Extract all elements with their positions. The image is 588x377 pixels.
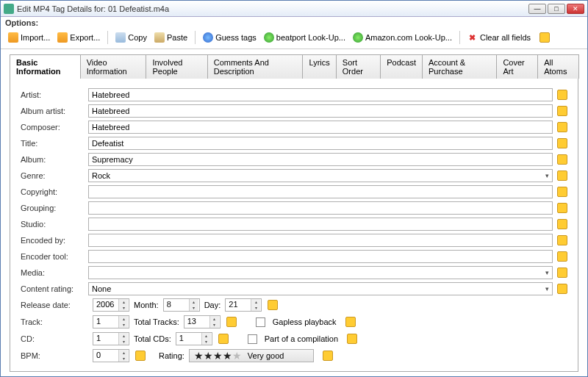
album-label: Album: [21, 155, 88, 164]
bpm-label: BPM: [21, 351, 88, 360]
beatport-button[interactable]: beatport Look-Up... [261, 31, 348, 44]
compilation-checkbox[interactable] [248, 334, 257, 344]
copy-icon [115, 32, 126, 43]
tab-video-information[interactable]: Video Information [80, 54, 147, 79]
tab-account[interactable]: Account & Purchase [422, 54, 497, 79]
field-option-icon[interactable] [557, 251, 567, 262]
copyright-label: Copyright: [21, 187, 88, 196]
track-label: Track: [21, 317, 88, 326]
field-option-icon[interactable] [557, 187, 567, 197]
total-cds-spinner[interactable]: 1 [176, 332, 212, 345]
field-option-icon[interactable] [323, 351, 333, 361]
total-tracks-spinner[interactable]: 13 [184, 315, 220, 328]
composer-input[interactable] [88, 121, 553, 134]
tab-comments[interactable]: Comments And Description [207, 54, 304, 79]
field-option-icon[interactable] [268, 300, 278, 310]
rating-select[interactable]: ★★★★★ Very good [189, 349, 314, 362]
app-icon [4, 4, 14, 14]
import-button[interactable]: Import... [5, 31, 53, 44]
encoder-tool-input[interactable] [88, 250, 553, 263]
export-icon [57, 32, 68, 43]
compilation-label: Part of a compilation [265, 334, 338, 343]
gapless-checkbox[interactable] [256, 317, 265, 327]
field-option-icon[interactable] [135, 351, 146, 361]
tab-sort-order[interactable]: Sort Order [336, 54, 381, 79]
month-label: Month: [134, 301, 159, 309]
bpm-spinner[interactable]: 0 [93, 349, 129, 362]
encoded-by-label: Encoded by: [21, 236, 88, 245]
export-button[interactable]: Export... [54, 31, 103, 44]
media-select[interactable] [88, 266, 553, 279]
guess-tags-button[interactable]: Guess tags [200, 31, 259, 44]
content-rating-label: Content rating: [21, 284, 88, 293]
genre-select[interactable]: Rock [88, 169, 553, 182]
artist-label: Artist: [21, 90, 88, 99]
field-option-icon[interactable] [557, 235, 567, 245]
field-option-icon[interactable] [557, 268, 567, 278]
options-label: Options: [1, 17, 587, 29]
album-artist-label: Album artist: [21, 107, 88, 115]
beatport-icon [264, 32, 274, 43]
field-option-icon[interactable] [557, 284, 567, 294]
content-rating-select[interactable]: None [88, 282, 553, 295]
rating-label: Rating: [159, 351, 184, 360]
field-option-icon[interactable] [557, 106, 567, 116]
cd-label: CD: [21, 334, 88, 343]
tab-involved-people[interactable]: Involved People [146, 54, 207, 79]
album-input[interactable] [88, 153, 553, 166]
studio-input[interactable] [88, 218, 553, 231]
field-option-icon[interactable] [557, 170, 567, 181]
field-option-icon[interactable] [347, 334, 357, 344]
month-spinner[interactable]: 8 [163, 298, 200, 312]
composer-label: Composer: [21, 123, 88, 132]
separator [459, 31, 460, 44]
tab-content: Artist: Album artist: Composer: Title: A… [10, 78, 578, 372]
help-icon [203, 32, 213, 43]
tab-all-atoms[interactable]: All Atoms [537, 54, 579, 79]
separator [195, 31, 196, 44]
field-option-icon[interactable] [557, 90, 567, 100]
star-icon: ★ [232, 350, 242, 362]
field-option-icon[interactable] [226, 317, 237, 327]
cd-spinner[interactable]: 1 [93, 332, 129, 345]
field-option-icon[interactable] [557, 122, 567, 132]
titlebar: Edit MP4 Tag Details for: 01 Defeatist.m… [1, 1, 587, 17]
paste-button[interactable]: Paste [151, 31, 190, 44]
copyright-input[interactable] [88, 185, 553, 198]
minimize-button[interactable]: — [528, 4, 546, 14]
field-option-icon[interactable] [539, 32, 550, 43]
separator [107, 31, 108, 44]
field-option-icon[interactable] [557, 138, 567, 148]
title-input[interactable] [88, 137, 553, 150]
field-option-icon[interactable] [218, 334, 229, 344]
encoded-by-input[interactable] [88, 234, 553, 247]
title-label: Title: [21, 139, 88, 148]
media-label: Media: [21, 268, 88, 277]
field-option-icon[interactable] [345, 317, 356, 327]
field-option-icon[interactable] [557, 154, 567, 165]
track-spinner[interactable]: 1 [93, 315, 129, 328]
star-icon: ★★★★ [194, 350, 232, 362]
field-option-icon[interactable] [557, 203, 567, 213]
tab-lyrics[interactable]: Lyrics [302, 54, 336, 79]
album-artist-input[interactable] [88, 104, 553, 118]
field-option-icon[interactable] [557, 219, 567, 229]
close-button[interactable]: ✕ [567, 4, 584, 14]
tab-cover-art[interactable]: Cover Art [496, 54, 538, 79]
copy-button[interactable]: Copy [112, 31, 150, 44]
amazon-button[interactable]: Amazon.com Look-Up... [350, 31, 455, 44]
day-spinner[interactable]: 21 [225, 298, 262, 312]
toolbar: Import... Export... Copy Paste Guess tag… [1, 29, 587, 49]
window-title: Edit MP4 Tag Details for: 01 Defeatist.m… [17, 4, 528, 13]
release-date-label: Release date: [21, 301, 88, 309]
rating-text: Very good [248, 351, 284, 360]
year-spinner[interactable]: 2006 [93, 298, 129, 312]
artist-input[interactable] [88, 88, 553, 101]
tab-podcast[interactable]: Podcast [380, 54, 423, 79]
genre-label: Genre: [21, 171, 88, 180]
clear-fields-button[interactable]: ✖Clear all fields [465, 31, 534, 44]
import-icon [8, 32, 18, 43]
tab-basic-information[interactable]: Basic Information [10, 54, 81, 79]
grouping-input[interactable] [88, 201, 553, 215]
maximize-button[interactable]: □ [548, 4, 565, 14]
